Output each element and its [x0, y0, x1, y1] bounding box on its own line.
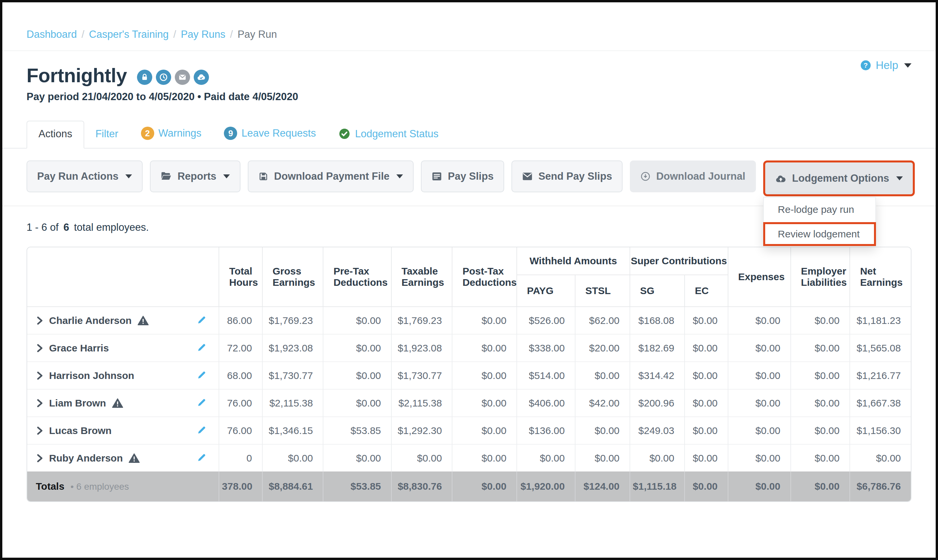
breadcrumb-dashboard[interactable]: Dashboard [26, 29, 77, 40]
table-header: Total Hours Gross Earnings Pre-Tax Deduc… [27, 247, 911, 307]
download-circle-icon [641, 171, 650, 182]
payslip-icon [431, 171, 442, 182]
table-row: Liam Brown76.00$2,115.38$0.00$2,115.38$0… [27, 389, 911, 417]
tab-leave-requests[interactable]: 9 Leave Requests [213, 120, 327, 148]
button-label: Download Payment File [274, 171, 390, 182]
lodgement-options-button[interactable]: Lodgement Options [763, 160, 915, 196]
edit-pencil-icon[interactable] [197, 343, 206, 354]
tab-warnings[interactable]: 2 Warnings [130, 120, 213, 148]
caret-down-icon [396, 174, 403, 178]
value-cell: $20.00 [575, 334, 630, 362]
review-lodgement-highlight-box: Review lodgement [763, 222, 876, 246]
edit-pencil-icon[interactable] [197, 397, 206, 409]
value-cell: $2,115.38 [262, 389, 323, 417]
employee-name-cell: Harrison Johnson [27, 362, 219, 389]
pay-period-subtitle: Pay period 21/04/2020 to 4/05/2020 • Pai… [26, 91, 912, 103]
value-cell: $0.00 [850, 444, 911, 471]
value-cell: $0.00 [262, 444, 323, 471]
column-header-payg: PAYG [517, 275, 575, 307]
value-cell: $0.00 [685, 307, 728, 334]
expand-chevron-icon[interactable] [36, 426, 44, 435]
caret-down-icon [125, 174, 132, 178]
help-label: Help [876, 59, 898, 72]
breadcrumb: Dashboard / Casper's Training / Pay Runs… [26, 29, 912, 40]
table-footer: Totals • 6 employees 378.00$8,884.61$53.… [27, 471, 911, 501]
value-cell: $0.00 [323, 362, 391, 389]
employee-name-cell: Liam Brown [27, 389, 219, 417]
employee-name: Ruby Anderson [49, 452, 123, 464]
value-cell: $1,565.08 [850, 334, 911, 362]
expand-chevron-icon[interactable] [36, 371, 44, 380]
total-cell: $0.00 [685, 471, 728, 501]
value-cell: $0.00 [452, 307, 516, 334]
edit-pencil-icon[interactable] [197, 425, 206, 436]
value-cell: $1,730.77 [391, 362, 453, 389]
breadcrumb-pay-runs[interactable]: Pay Runs [181, 29, 225, 40]
reports-button[interactable]: Reports [150, 160, 240, 192]
menu-item-relodge-pay-run[interactable]: Re-lodge pay run [764, 198, 875, 221]
caret-down-icon [223, 174, 230, 178]
summary-range: 1 - 6 of [26, 222, 59, 233]
help-menu[interactable]: ? Help [860, 59, 912, 72]
edit-pencil-icon[interactable] [197, 315, 206, 326]
value-cell: $0.00 [630, 444, 685, 471]
value-cell: $168.08 [630, 307, 685, 334]
value-cell: $0.00 [728, 389, 791, 417]
column-header-net-earnings: Net Earnings [850, 247, 911, 307]
breadcrumb-business[interactable]: Casper's Training [89, 29, 168, 40]
employee-name: Charlie Anderson [49, 315, 132, 326]
value-cell: $136.00 [517, 417, 575, 444]
value-cell: $1,769.23 [391, 307, 453, 334]
total-cell: $124.00 [575, 471, 630, 501]
pay-run-table: Total Hours Gross Earnings Pre-Tax Deduc… [27, 247, 911, 501]
value-cell: $0.00 [728, 444, 791, 471]
download-journal-button[interactable]: Download Journal [630, 160, 756, 192]
employee-name-cell: Lucas Brown [27, 417, 219, 444]
value-cell: $1,292.30 [391, 417, 453, 444]
value-cell: $0.00 [685, 417, 728, 444]
pay-run-page: Dashboard / Casper's Training / Pay Runs… [0, 0, 938, 502]
value-cell: $249.03 [630, 417, 685, 444]
page-title: Fortnightly [26, 64, 127, 87]
warning-icon[interactable] [112, 398, 123, 408]
value-cell: 76.00 [219, 389, 262, 417]
pay-slips-button[interactable]: Pay Slips [421, 160, 504, 192]
warning-icon[interactable] [138, 315, 149, 326]
send-pay-slips-button[interactable]: Send Pay Slips [511, 160, 622, 192]
expand-chevron-icon[interactable] [36, 316, 44, 325]
value-cell: $0.00 [452, 444, 516, 471]
summary-total: 6 [63, 222, 69, 233]
tab-label: Warnings [159, 127, 202, 139]
value-cell: $0.00 [728, 417, 791, 444]
expand-chevron-icon[interactable] [36, 398, 44, 408]
warning-icon[interactable] [129, 453, 140, 463]
value-cell: $1,156.30 [850, 417, 911, 444]
value-cell: 68.00 [219, 362, 262, 389]
expand-chevron-icon[interactable] [36, 454, 44, 463]
download-payment-file-button[interactable]: Download Payment File [248, 160, 414, 192]
menu-item-review-lodgement[interactable]: Review lodgement [765, 224, 874, 244]
tab-actions[interactable]: Actions [26, 121, 84, 149]
value-cell: $0.00 [575, 444, 630, 471]
tab-label: Lodgement Status [355, 128, 439, 140]
value-cell: 76.00 [219, 417, 262, 444]
total-cell: $0.00 [452, 471, 516, 501]
breadcrumb-current: Pay Run [237, 29, 277, 40]
totals-row: Totals • 6 employees 378.00$8,884.61$53.… [27, 471, 911, 501]
table-row: Harrison Johnson68.00$1,730.77$0.00$1,73… [27, 362, 911, 389]
expand-chevron-icon[interactable] [36, 343, 44, 353]
tab-lodgement-status[interactable]: Lodgement Status [327, 121, 450, 148]
pay-run-actions-button[interactable]: Pay Run Actions [26, 160, 143, 192]
tab-filter[interactable]: Filter [84, 122, 130, 148]
column-group-super-contributions: Super Contributions [630, 247, 728, 275]
envelope-icon [522, 172, 533, 181]
value-cell: 72.00 [219, 334, 262, 362]
total-cell: $8,830.76 [391, 471, 453, 501]
column-group-withheld-amounts: Withheld Amounts [517, 247, 630, 275]
edit-pencil-icon[interactable] [197, 370, 206, 381]
svg-text:?: ? [864, 62, 868, 69]
breadcrumb-separator: / [174, 29, 176, 40]
value-cell: $514.00 [517, 362, 575, 389]
total-cell: $0.00 [791, 471, 850, 501]
edit-pencil-icon[interactable] [197, 452, 206, 464]
